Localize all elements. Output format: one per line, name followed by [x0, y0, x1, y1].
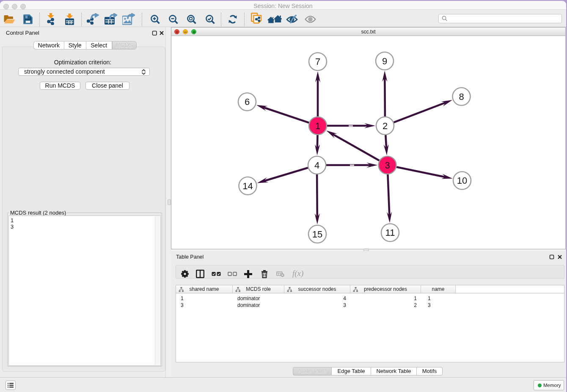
svg-text:10: 10: [457, 175, 467, 186]
svg-text:8: 8: [459, 91, 464, 102]
svg-text:6: 6: [245, 97, 250, 107]
svg-text:11: 11: [385, 227, 395, 238]
svg-text:2: 2: [383, 121, 388, 131]
svg-text:9: 9: [382, 56, 387, 66]
svg-text:7: 7: [315, 56, 320, 67]
svg-text:15: 15: [312, 229, 322, 240]
svg-text:4: 4: [314, 160, 319, 171]
svg-text:3: 3: [385, 160, 390, 171]
svg-text:14: 14: [242, 181, 253, 191]
svg-text:1: 1: [315, 121, 320, 131]
